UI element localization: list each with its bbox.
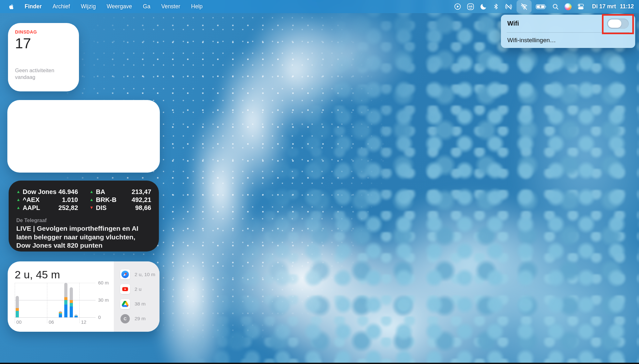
app-usage-time: 29 m [135, 316, 145, 321]
empty-widget[interactable] [7, 100, 160, 173]
safari-icon [120, 269, 130, 279]
apple-menu-icon[interactable] [9, 4, 14, 10]
chart-xtick-label: 00 [16, 319, 22, 325]
news-headline: LIVE | Gevolgen importheffingen en AI la… [16, 224, 151, 250]
chart-bar-segment-blue [74, 316, 78, 317]
chart-ytick-label: 0 [98, 314, 101, 320]
news-source: De Telegraaf [16, 218, 151, 223]
chart-xtick-label: 12 [81, 319, 86, 325]
menu-archief[interactable]: Archief [52, 3, 70, 10]
app-usage-time: 2 u, 10 m [135, 272, 155, 277]
screen-bottom-edge [0, 363, 639, 364]
focus-moon-icon[interactable] [480, 0, 487, 13]
app-usage-row-google-drive: 38 m [120, 299, 160, 309]
screentime-chart-pane: 2 u, 45 m 60 m30 m0000612 [8, 261, 114, 332]
stocks-news: De Telegraaf LIVE | Gevolgen importheffi… [16, 218, 151, 250]
stocks-widget[interactable]: ▲Dow Jones46.946▲^AEX1.010▲AAPL252,82 ▲B… [9, 181, 159, 252]
clock-time: 11:12 [620, 3, 634, 10]
stock-quote-brk-b: ▲BRK-B492,21 [90, 196, 151, 203]
wifi-settings-label: Wifi-instellingen… [507, 37, 556, 44]
stock-quote-ba: ▲BA213,47 [90, 188, 151, 195]
stock-quote-dis: ▼DIS98,66 [90, 204, 151, 211]
desktop: Finder ArchiefWijzigWeergaveGaVensterHel… [0, 0, 639, 364]
stock-symbol: AAPL [23, 204, 40, 211]
stock-symbol: DIS [96, 204, 106, 211]
chart-gridline-y [15, 317, 96, 318]
chart-bar-segment-teal [70, 303, 73, 306]
stock-symbol: Dow Jones [23, 188, 57, 195]
menu-help[interactable]: Help [191, 3, 203, 10]
chart-bar-segment-orange [16, 308, 19, 311]
stock-quote--aex: ▲^AEX1.010 [16, 196, 78, 203]
stock-value: 252,82 [58, 204, 78, 211]
wifi-toggle-knob [608, 19, 621, 28]
menu-wijzig[interactable]: Wijzig [81, 3, 96, 10]
chart-bar-segment-gray [16, 296, 19, 308]
letter-c-icon: C [120, 314, 130, 324]
chart-gridline-y [15, 300, 96, 300]
screentime-total: 2 u, 45 m [15, 268, 60, 281]
chart-ytick-label: 60 m [98, 280, 109, 285]
chart-bar-segment-teal [64, 300, 67, 305]
bluetooth-icon[interactable] [493, 0, 499, 13]
screentime-widget[interactable]: 2 u, 45 m 60 m30 m0000612 2 u, 10 m2 u38… [8, 261, 160, 332]
stock-quote-aapl: ▲AAPL252,82 [16, 204, 78, 211]
menu-ga[interactable]: Ga [143, 3, 150, 10]
wifi-off-icon[interactable] [517, 0, 532, 13]
stock-quote-dow-jones: ▲Dow Jones46.946 [16, 188, 78, 195]
wifi-settings-item[interactable]: Wifi-instellingen… [501, 33, 635, 48]
mk-app-icon[interactable]: mk [467, 0, 474, 13]
wifi-toggle[interactable] [607, 19, 629, 29]
google-drive-icon [120, 299, 130, 309]
wifi-menu-panel: Wifi Wifi-instellingen… [501, 15, 635, 48]
stock-value: 1.010 [62, 196, 78, 203]
menu-bar: Finder ArchiefWijzigWeergaveGaVensterHel… [0, 0, 639, 13]
stock-value: 213,47 [132, 188, 151, 195]
calendar-no-events-text: Geen activiteiten vandaag [15, 67, 66, 81]
chart-bar [70, 287, 73, 317]
calendar-day-number: 17 [15, 35, 72, 52]
chart-bar-segment-gray [70, 287, 73, 300]
app-usage-row-safari: 2 u, 10 m [120, 269, 160, 279]
chart-bar [59, 311, 62, 317]
chart-bar [74, 314, 78, 317]
chart-xtick-label: 06 [49, 319, 54, 325]
chart-bar-segment-blue [64, 305, 67, 317]
arrow-up-icon: ▲ [90, 188, 96, 195]
svg-text:mk: mk [469, 4, 473, 8]
chart-bar [16, 296, 19, 317]
chart-gridline-x [79, 283, 80, 323]
menu-finder[interactable]: Finder [25, 3, 42, 10]
chart-bar [64, 283, 67, 317]
app-usage-time: 38 m [135, 301, 145, 307]
screentime-bar-chart: 60 m30 m0000612 [15, 283, 96, 317]
menu-weergave[interactable]: Weergave [107, 3, 132, 10]
battery-charging-icon[interactable] [536, 0, 547, 13]
arrow-up-icon: ▲ [16, 196, 23, 203]
control-center-icon[interactable] [577, 0, 585, 13]
chart-gridline-x [15, 283, 15, 323]
spotlight-search-icon[interactable] [552, 0, 559, 13]
calendar-widget[interactable]: DINSDAG 17 Geen activiteiten vandaag [8, 23, 79, 91]
stock-value: 492,21 [132, 196, 151, 203]
app-usage-row-youtube: 2 u [120, 284, 160, 294]
airdrop-off-icon[interactable] [505, 0, 512, 13]
clock-date: Di 17 mrt [592, 3, 616, 10]
menubar-clock[interactable]: Di 17 mrt 11:12 [592, 3, 634, 10]
chart-ytick-label: 30 m [98, 297, 109, 303]
chart-bar-segment-gray [64, 283, 67, 297]
chart-bar-segment-blue [59, 314, 62, 317]
chart-bar-segment-blue [70, 306, 73, 317]
arrow-up-icon: ▲ [16, 204, 23, 211]
arrow-up-icon: ▲ [16, 188, 23, 195]
stock-symbol: ^AEX [23, 196, 40, 203]
siri-icon[interactable] [565, 0, 572, 13]
chart-gridline-x [47, 283, 47, 323]
app-usage-row-letter-c: C29 m [120, 314, 160, 324]
media-play-icon[interactable] [454, 0, 461, 13]
stock-symbol: BA [96, 188, 105, 195]
svg-text:C: C [124, 316, 127, 321]
arrow-down-icon: ▼ [90, 204, 96, 211]
menu-venster[interactable]: Venster [161, 3, 180, 10]
chart-gridline-y [15, 283, 96, 283]
